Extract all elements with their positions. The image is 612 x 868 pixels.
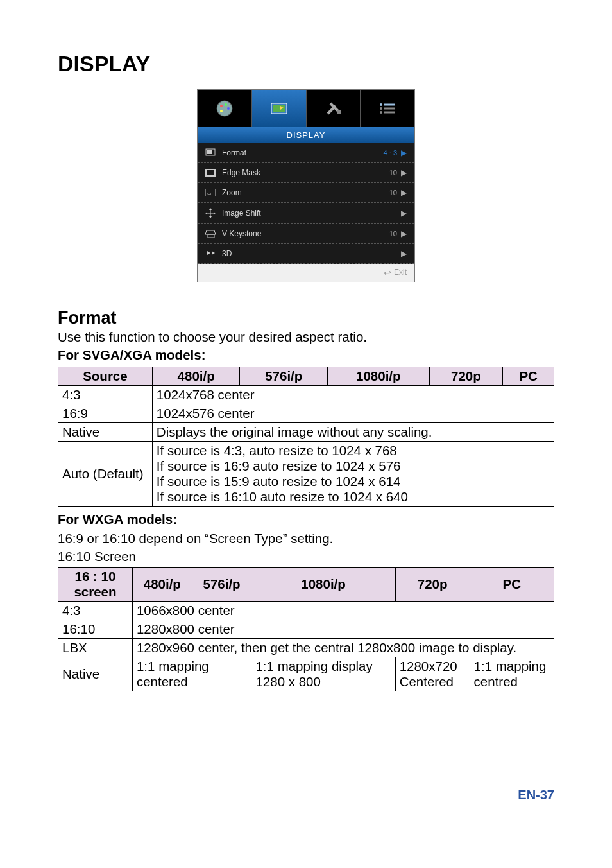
osd-label: V Keystone xyxy=(219,229,389,238)
table-row: LBX 1280x960 center, then get the centra… xyxy=(58,639,554,657)
format-description: Use this function to choose your desired… xyxy=(58,329,554,345)
td: 1:1 mapping centered xyxy=(132,657,251,691)
td: 1066x800 center xyxy=(132,602,554,620)
osd-label: Zoom xyxy=(219,188,389,197)
palette-icon xyxy=(212,98,237,119)
osd-exit-label[interactable]: Exit xyxy=(394,268,407,278)
osd-row-v-keystone[interactable]: V Keystone 10 ▶ xyxy=(198,224,414,244)
osd-label: Edge Mask xyxy=(219,168,389,177)
edge-mask-icon xyxy=(205,169,219,177)
svg-point-2 xyxy=(225,103,227,106)
td: 1024x576 center xyxy=(152,404,554,423)
chevron-right-icon: ▶ xyxy=(401,188,407,197)
auto-line: If source is 16:9 auto resize to 1024 x … xyxy=(157,458,550,474)
osd-row-edge-mask[interactable]: Edge Mask 10 ▶ xyxy=(198,163,414,183)
svg-point-1 xyxy=(220,105,223,107)
th-1610: 16 : 10 screen xyxy=(58,568,133,602)
osd-tab-setup[interactable] xyxy=(307,90,361,127)
display-icon xyxy=(266,98,292,119)
svg-marker-32 xyxy=(212,251,215,255)
osd-label: 3D xyxy=(219,249,401,258)
svg-point-13 xyxy=(380,107,382,110)
svg-marker-25 xyxy=(209,208,212,210)
svg-marker-29 xyxy=(205,230,216,234)
chevron-right-icon: ▶ xyxy=(401,209,407,218)
auto-line: If source is 16:10 auto resize to 1024 x… xyxy=(157,489,550,505)
svg-rect-30 xyxy=(208,234,214,238)
osd-label: Format xyxy=(219,148,384,157)
table-row: 16:10 1280x800 center xyxy=(58,620,554,639)
svg-point-3 xyxy=(227,107,230,110)
osd-tab-image[interactable] xyxy=(198,90,252,127)
auto-line: If source is 4:3, auto resize to 1024 x … xyxy=(157,443,550,458)
svg-point-11 xyxy=(380,103,382,106)
osd-label: Image Shift xyxy=(219,209,401,218)
td: 4:3 xyxy=(58,386,153,404)
wxga-table: 16 : 10 screen 480i/p 576i/p 1080i/p 720… xyxy=(58,567,554,691)
svg-marker-28 xyxy=(214,212,216,214)
page-heading: DISPLAY xyxy=(58,51,554,76)
svg-rect-6 xyxy=(273,105,285,112)
th-720p: 720p xyxy=(395,568,470,602)
svg-rect-10 xyxy=(337,110,341,114)
format-heading: Format xyxy=(58,308,554,328)
th-pc: PC xyxy=(503,367,554,386)
wxga-sub1: 16:9 or 16:10 depend on “Screen Type” se… xyxy=(58,531,554,546)
auto-line: If source is 15:9 auto resize to 1024 x … xyxy=(157,474,550,489)
td: 1280x800 center xyxy=(132,620,554,639)
th-480ip: 480i/p xyxy=(132,568,192,602)
td: Displays the original image without any … xyxy=(152,423,554,442)
chevron-right-icon: ▶ xyxy=(401,229,407,238)
osd-value: 4 : 3 xyxy=(384,149,401,157)
svg-point-4 xyxy=(220,110,223,112)
th-576ip: 576i/p xyxy=(192,568,251,602)
td: 1024x768 center xyxy=(152,386,554,404)
td: LBX xyxy=(58,639,133,657)
svg-marker-27 xyxy=(205,212,207,214)
table-header-row: 16 : 10 screen 480i/p 576i/p 1080i/p 720… xyxy=(58,568,554,602)
table-row: 4:3 1066x800 center xyxy=(58,602,554,620)
osd-title: DISPLAY xyxy=(198,127,414,143)
return-icon: ↩ xyxy=(384,268,391,278)
th-1080ip: 1080i/p xyxy=(328,367,430,386)
osd-tab-display[interactable] xyxy=(252,90,307,127)
svg-point-0 xyxy=(217,101,232,116)
svg-text:▭: ▭ xyxy=(207,191,212,195)
three-d-icon xyxy=(205,250,219,257)
table-row: Native 1:1 mapping centered 1:1 mapping … xyxy=(58,657,554,691)
osd-tab-options[interactable] xyxy=(361,90,414,127)
svg-rect-18 xyxy=(207,150,212,154)
td-multiline: If source is 4:3, auto resize to 1024 x … xyxy=(152,442,554,507)
wxga-label: For WXGA models: xyxy=(58,512,554,527)
osd-value: 10 xyxy=(389,189,401,196)
td: 1:1 mapping display 1280 x 800 xyxy=(251,657,395,691)
osd-value: 10 xyxy=(389,230,401,238)
table-row: 16:9 1024x576 center xyxy=(58,404,554,423)
keystone-icon xyxy=(205,229,219,238)
table-row: 4:3 1024x768 center xyxy=(58,386,554,404)
th-480ip: 480i/p xyxy=(152,367,240,386)
tools-icon xyxy=(320,98,346,119)
svga-table: Source 480i/p 576i/p 1080i/p 720p PC 4:3… xyxy=(58,367,554,507)
td: 16:9 xyxy=(58,404,153,423)
th-576ip: 576i/p xyxy=(240,367,328,386)
td: Auto (Default) xyxy=(58,442,153,507)
th-720p: 720p xyxy=(429,367,503,386)
svga-label: For SVGA/XGA models: xyxy=(58,347,554,363)
osd-menu: DISPLAY Format 4 : 3 ▶ Edge Mask 10 ▶ ▭ … xyxy=(197,89,415,282)
svg-rect-20 xyxy=(207,170,214,175)
wxga-sub2: 16:10 Screen xyxy=(58,549,554,564)
th-source: Source xyxy=(58,367,153,386)
table-row: Auto (Default) If source is 4:3, auto re… xyxy=(58,442,554,507)
table-row: Native Displays the original image witho… xyxy=(58,423,554,442)
osd-row-3d[interactable]: 3D ▶ xyxy=(198,244,414,264)
osd-row-image-shift[interactable]: Image Shift ▶ xyxy=(198,203,414,224)
td: 16:10 xyxy=(58,620,133,639)
osd-row-zoom[interactable]: ▭ Zoom 10 ▶ xyxy=(198,183,414,203)
osd-row-format[interactable]: Format 4 : 3 ▶ xyxy=(198,143,414,163)
osd-value: 10 xyxy=(389,169,401,177)
chevron-right-icon: ▶ xyxy=(401,249,407,258)
td: 1280x960 center, then get the central 12… xyxy=(132,639,554,657)
osd-footer: ↩ Exit xyxy=(198,264,414,282)
td: 4:3 xyxy=(58,602,133,620)
